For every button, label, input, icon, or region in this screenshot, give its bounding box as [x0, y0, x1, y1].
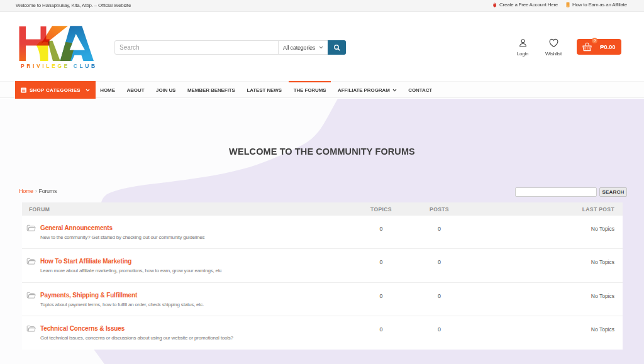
shop-categories-button[interactable]: SHOP CATEGORIES: [15, 81, 96, 99]
heart-icon: [548, 38, 559, 48]
folder-icon: [26, 258, 36, 265]
basket-icon: [581, 41, 593, 52]
nav-item-the-forums[interactable]: THE FORUMS: [287, 81, 331, 99]
cart-button[interactable]: 0 ₱0.00: [577, 39, 621, 55]
last-post: No Topics: [466, 283, 623, 299]
forum-title[interactable]: General Announcements: [40, 224, 204, 231]
cart-total: ₱0.00: [600, 43, 615, 50]
forum-search-button[interactable]: SEARCH: [599, 187, 627, 197]
category-select[interactable]: All categories: [278, 41, 328, 54]
breadcrumb: Home›Forums: [19, 188, 57, 194]
forum-search: SEARCH: [515, 187, 627, 197]
posts-count: 0: [413, 316, 466, 333]
nav-item-about[interactable]: ABOUT: [121, 81, 150, 99]
main-navigation: SHOP CATEGORIES HOMEABOUTJOIN USMEMBER B…: [0, 81, 644, 98]
forum-description: Got technical issues, concerns or discus…: [40, 335, 233, 341]
forum-row: Payments, Shipping & FulfillmentTopics a…: [22, 283, 623, 316]
welcome-text: Welcome to Hanapbukay, Kita, Atbp. – Off…: [16, 3, 131, 8]
chevron-down-icon: [319, 46, 323, 49]
col-header-last-post: LAST POST: [466, 206, 623, 212]
topics-count: 0: [350, 249, 413, 265]
last-post: No Topics: [466, 316, 623, 333]
logo-tagline: PRIVILEGE CLUB: [21, 63, 95, 69]
flame-icon: [492, 2, 497, 8]
last-post: No Topics: [466, 249, 623, 265]
nav-item-join-us[interactable]: JOIN US: [150, 81, 182, 99]
user-icon: [518, 38, 528, 48]
page-content: WELCOME TO THE COMMUNITY FORUMS Home›For…: [0, 99, 644, 364]
forum-table: FORUM TOPICS POSTS LAST POST General Ann…: [22, 202, 623, 350]
nav-item-home[interactable]: HOME: [94, 81, 121, 99]
col-header-forum: FORUM: [22, 206, 350, 212]
forum-search-input[interactable]: [515, 187, 597, 197]
chevron-down-icon: [392, 89, 397, 92]
forum-table-header: FORUM TOPICS POSTS LAST POST: [22, 202, 623, 216]
nav-item-member-benefits[interactable]: MEMBER BENEFITS: [182, 81, 241, 99]
forum-row: How To Start Affiliate MarketingLearn mo…: [22, 249, 623, 282]
topics-count: 0: [350, 316, 413, 333]
forum-row: Technical Concerns & IssuesGot technical…: [22, 316, 623, 350]
search-icon: [333, 44, 341, 52]
menu-icon: [21, 87, 26, 93]
hka-logo[interactable]: PRIVILEGE CLUB: [16, 25, 95, 70]
page-title: WELCOME TO THE COMMUNITY FORUMS: [0, 146, 644, 157]
last-post: No Topics: [466, 216, 623, 232]
login-button[interactable]: Login: [513, 38, 532, 57]
nav-item-latest-news[interactable]: LATEST NEWS: [241, 81, 287, 99]
header-search-bar: All categories: [114, 40, 346, 55]
forum-description: New to the community? Get started by che…: [40, 234, 204, 240]
create-account-link[interactable]: Create a Free Account Here: [492, 2, 558, 8]
topics-count: 0: [350, 283, 413, 299]
col-header-posts: POSTS: [413, 206, 466, 212]
guide-icon: [566, 2, 570, 8]
search-submit-button[interactable]: [328, 40, 346, 55]
breadcrumb-current: Forums: [39, 188, 57, 194]
posts-count: 0: [413, 283, 466, 299]
topics-count: 0: [350, 216, 413, 232]
folder-icon: [26, 224, 36, 232]
posts-count: 0: [413, 216, 466, 232]
how-to-earn-link[interactable]: How to Earn as an Affiliate: [566, 2, 627, 8]
folder-icon: [26, 325, 36, 333]
forum-description: Learn more about affiliate marketing, pr…: [40, 268, 222, 273]
forum-title[interactable]: Payments, Shipping & Fulfillment: [40, 292, 204, 299]
breadcrumb-home-link[interactable]: Home: [19, 188, 33, 194]
nav-item-affiliate-program[interactable]: AFFILIATE PROGRAM: [332, 81, 402, 99]
forum-description: Topics about payment terms, how to fulfi…: [40, 302, 204, 307]
forum-title[interactable]: Technical Concerns & Issues: [40, 325, 233, 332]
col-header-topics: TOPICS: [350, 206, 413, 212]
topbar: Welcome to Hanapbukay, Kita, Atbp. – Off…: [0, 0, 644, 12]
header: PRIVILEGE CLUB All categories Login Wis: [0, 13, 644, 81]
wishlist-button[interactable]: Wishlist: [542, 38, 565, 57]
folder-icon: [26, 292, 36, 299]
forum-row: General AnnouncementsNew to the communit…: [22, 216, 623, 249]
cart-count-badge: 0: [592, 38, 597, 43]
nav-item-contact[interactable]: CONTACT: [402, 81, 438, 99]
chevron-down-icon: [86, 89, 90, 92]
search-input[interactable]: [115, 41, 278, 54]
posts-count: 0: [413, 249, 466, 265]
forum-title[interactable]: How To Start Affiliate Marketing: [40, 258, 222, 265]
